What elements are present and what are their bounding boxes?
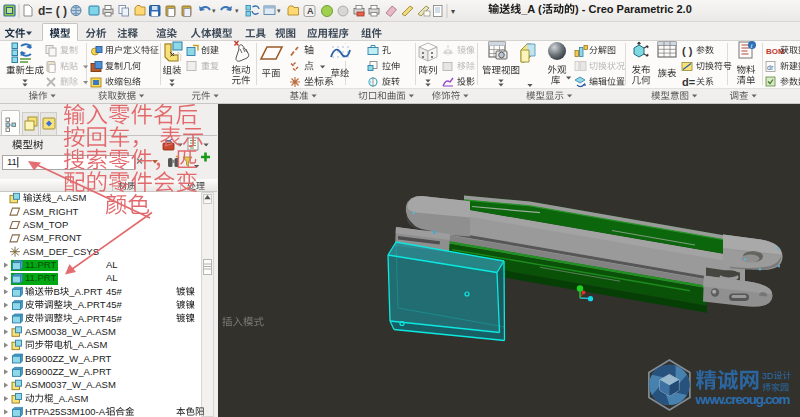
svg-text:11.PRT: 11.PRT	[25, 259, 57, 270]
svg-text:45#: 45#	[106, 286, 123, 297]
svg-text:_A.ASM: _A.ASM	[72, 339, 108, 350]
svg-text:_A.PRT: _A.PRT	[72, 299, 106, 310]
svg-text:d=: d=	[682, 76, 695, 88]
svg-text:dr: dr	[767, 64, 774, 71]
svg-text:_A (: _A (	[520, 3, 542, 15]
svg-text:11.PRT: 11.PRT	[25, 272, 57, 283]
svg-text:B6900ZZ_W_A.PRT: B6900ZZ_W_A.PRT	[25, 366, 112, 377]
svg-text:B6900ZZ_W_A.PRT: B6900ZZ_W_A.PRT	[25, 353, 112, 364]
svg-text:ASM0037_W_A.ASM: ASM0037_W_A.ASM	[25, 379, 116, 390]
svg-text:11: 11	[7, 156, 17, 167]
svg-text:d= ( ): d= ( )	[38, 4, 67, 18]
svg-text:_A.ASM: _A.ASM	[53, 393, 89, 404]
svg-text:i: i	[751, 42, 753, 50]
svg-text:ASM_TOP: ASM_TOP	[23, 219, 68, 230]
svg-text:( ): ( )	[682, 45, 693, 57]
svg-text:▾: ▾	[235, 7, 239, 14]
svg-text:▾: ▾	[212, 7, 216, 14]
svg-text:3D: 3D	[762, 371, 774, 381]
svg-text:45#: 45#	[106, 313, 123, 324]
svg-text:A: A	[307, 6, 314, 16]
svg-text:www.creoug.com: www.creoug.com	[695, 392, 791, 407]
svg-text:45#: 45#	[106, 299, 123, 310]
svg-text:_A.PRT: _A.PRT	[72, 313, 106, 324]
svg-text:HTPA25S3M100-A-: HTPA25S3M100-A-	[25, 406, 108, 417]
svg-text:B: B	[54, 286, 60, 297]
svg-text:ASM_DEF_CSYS: ASM_DEF_CSYS	[23, 246, 99, 257]
svg-text:▾: ▾	[451, 7, 455, 16]
svg-text:ASM_FRONT: ASM_FRONT	[23, 232, 82, 243]
svg-text:▾: ▾	[277, 7, 281, 14]
svg-text:AL: AL	[106, 272, 118, 283]
svg-text:) - Creo Parametric 2.0: ) - Creo Parametric 2.0	[575, 3, 692, 15]
svg-text:_A.PRT: _A.PRT	[68, 286, 102, 297]
svg-text:ASM_RIGHT: ASM_RIGHT	[23, 206, 79, 217]
svg-text:ASM0038_W_A.ASM: ASM0038_W_A.ASM	[25, 326, 116, 337]
svg-text:AL: AL	[106, 259, 118, 270]
svg-text:_A.ASM: _A.ASM	[51, 192, 87, 203]
